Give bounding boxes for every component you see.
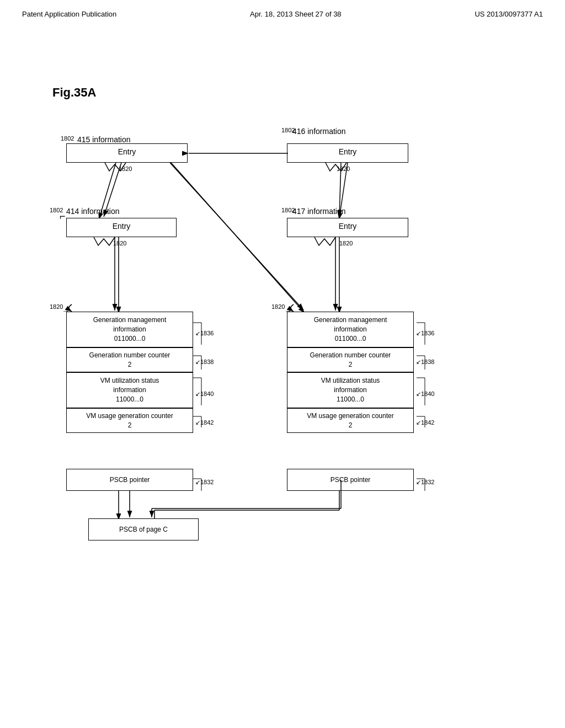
entry-box-414: Entry [66, 218, 177, 237]
ref-1836-left: ↙1836 [195, 330, 214, 337]
label-417-info: 417 information [292, 207, 346, 216]
right-vm-util-box: VM utilization status information 11000.… [287, 372, 414, 408]
ref-1820-d: 1820 [339, 240, 353, 247]
right-vm-usage-box: VM usage generation counter 2 [287, 408, 414, 433]
ref-1838-left: ↙1838 [195, 358, 214, 366]
right-pscb-ptr-box: PSCB pointer [287, 469, 414, 491]
svg-line-1 [171, 163, 303, 312]
ref-1842-right: ↙1842 [416, 419, 434, 426]
ref-1838-right: ↙1838 [416, 358, 434, 366]
header-right: US 2013/0097377 A1 [475, 10, 543, 18]
label-414-info: 414 information [66, 207, 120, 216]
ref-1832-right: ↙1832 [416, 479, 434, 486]
label-415-info: 415 information [77, 135, 131, 144]
ref-1842-left: ↙1842 [195, 419, 214, 426]
ref-1820-b: 1820 [113, 240, 126, 247]
left-gen-mgmt-box: Generation management information 011000… [66, 312, 193, 347]
fig-title: Fig.35A [52, 85, 96, 100]
left-vm-util-box: VM utilization status information 11000.… [66, 372, 193, 408]
ref-1820-left-data: 1820 [50, 303, 63, 310]
entry-box-416: Entry [287, 143, 408, 163]
diagram: 1802 415 information ⌐ Entry 1820 1802 4… [33, 116, 530, 612]
right-gen-mgmt-box: Generation management information 011000… [287, 312, 414, 347]
ref-1820-a: 1820 [119, 165, 132, 172]
left-vm-usage-box: VM usage generation counter 2 [66, 408, 193, 433]
left-gen-counter-box: Generation number counter 2 [66, 347, 193, 372]
ref-1820-c: 1820 [337, 165, 350, 172]
page-header: Patent Application Publication Apr. 18, … [0, 0, 565, 18]
label-416-info: 416 information [292, 127, 346, 136]
ref-1836-right: ↙1836 [416, 330, 434, 337]
ref-1840-left: ↙1840 [195, 390, 214, 398]
right-gen-counter-box: Generation number counter 2 [287, 347, 414, 372]
ref-1840-right: ↙1840 [416, 390, 434, 398]
header-center: Apr. 18, 2013 Sheet 27 of 38 [250, 10, 342, 18]
brace-414: ⌐ [60, 211, 66, 222]
entry-box-415: Entry [66, 143, 188, 163]
ref-1832-left: ↙1832 [195, 479, 214, 486]
ref-1820-right-data: 1820 [271, 303, 285, 310]
left-pscb-ptr-box: PSCB pointer [66, 469, 193, 491]
header-left: Patent Application Publication [22, 10, 116, 18]
pscb-page-c-box: PSCB of page C [88, 518, 199, 540]
svg-line-32 [170, 163, 303, 310]
entry-box-417: Entry [287, 218, 408, 237]
